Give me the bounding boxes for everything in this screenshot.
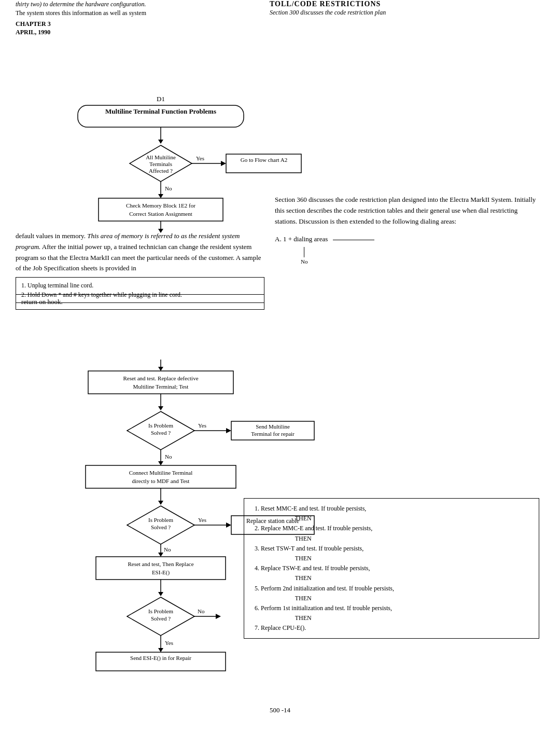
svg-text:No: No [165, 453, 172, 460]
svg-text:Multiline Terminal Function Pr: Multiline Terminal Function Problems [105, 107, 216, 115]
svg-marker-39 [158, 461, 163, 465]
svg-text:Check Memory Block 1E2 for: Check Memory Block 1E2 for [126, 202, 195, 209]
header-text-line1: thirty two) to determine the hardware co… [16, 0, 233, 9]
svg-rect-24 [88, 371, 233, 394]
svg-text:Multiline Terminal; Test: Multiline Terminal; Test [133, 383, 189, 390]
svg-text:Yes: Yes [198, 422, 206, 429]
svg-text:Solved ?: Solved ? [151, 615, 171, 622]
svg-marker-55 [158, 553, 163, 557]
svg-text:Solved ?: Solved ? [151, 430, 171, 436]
left-text-paragraph: default values in memory. This area of m… [16, 232, 261, 272]
list-item-2: Replace MMC-E and test. If trouble persi… [261, 524, 531, 543]
header-left: thirty two) to determine the hardware co… [16, 0, 233, 37]
header-text-line2: The system stores this information as we… [16, 9, 233, 18]
svg-text:No: No [165, 185, 172, 191]
svg-text:ESI-E(): ESI-E() [152, 569, 170, 576]
svg-marker-28 [158, 406, 163, 410]
left-body-text: default values in memory. This area of m… [16, 231, 264, 303]
svg-text:Affected ?: Affected ? [149, 168, 173, 174]
return-on-hook-box: return on hook. [16, 294, 264, 310]
svg-marker-45 [158, 501, 163, 505]
list-item-6: Perform 1st initialization and test. If … [261, 603, 531, 623]
svg-marker-4 [158, 140, 163, 144]
list-item-7: Replace CPU-E(). [261, 623, 531, 633]
return-on-hook-text: return on hook. [21, 298, 63, 306]
svg-marker-66 [216, 614, 221, 619]
svg-rect-57 [96, 557, 226, 580]
svg-marker-10 [221, 161, 226, 166]
svg-text:Is Problem: Is Problem [148, 422, 173, 429]
list-item-1: Reset MMC-E and test. If trouble persist… [261, 504, 531, 524]
svg-text:Correct Station Assignment: Correct Station Assignment [129, 211, 192, 217]
svg-text:D1: D1 [157, 95, 165, 103]
page-number: 500 -14 [270, 706, 290, 714]
svg-text:Yes: Yes [196, 155, 204, 161]
svg-text:Terminal for repair: Terminal for repair [251, 431, 295, 437]
list-item-5: Perform 2nd initialization and test. If … [261, 584, 531, 603]
numbered-steps-list: Reset MMC-E and test. If trouble persist… [251, 504, 531, 633]
date-label: APRIL, 1990 [16, 28, 233, 37]
svg-text:Yes: Yes [165, 640, 173, 646]
svg-marker-33 [226, 428, 231, 433]
svg-text:All Multiline: All Multiline [146, 154, 176, 160]
right-numbered-list-box: Reset MMC-E and test. If trouble persist… [244, 498, 539, 639]
svg-text:No: No [164, 546, 171, 553]
svg-text:Is Problem: Is Problem [148, 608, 173, 614]
header-right: TOLL/CODE RESTRICTIONS Section 300 discu… [270, 0, 539, 17]
svg-rect-41 [86, 465, 236, 488]
chapter-label: CHAPTER 3 [16, 20, 233, 29]
svg-text:Reset and test, Then Replace: Reset and test, Then Replace [128, 561, 193, 567]
list-item-3: Reset TSW-T and test. If trouble persist… [261, 544, 531, 563]
svg-marker-69 [158, 648, 163, 652]
svg-text:Yes: Yes [198, 517, 206, 523]
svg-marker-23 [158, 367, 163, 371]
dialing-no-arrow: No [301, 247, 539, 267]
svg-marker-61 [158, 592, 163, 596]
svg-text:Reset and test. Replace defect: Reset and test. Replace defective [123, 375, 198, 381]
svg-text:Send ESI-E() in for Repair: Send ESI-E() in for Repair [130, 655, 191, 662]
svg-text:Is Problem: Is Problem [148, 517, 173, 523]
step-1: 1. Unplug terminal line cord. [21, 281, 259, 290]
dialing-areas-section: A. 1 + dialing areas No [275, 234, 539, 266]
header-right-title: TOLL/CODE RESTRICTIONS [270, 0, 539, 8]
svg-text:directly to MDF and Test: directly to MDF and Test [132, 478, 190, 484]
header-right-subtitle: Section 300 discusses the code restricti… [270, 8, 539, 17]
svg-text:No: No [198, 608, 205, 614]
right-text-area: Section 360 discusses the code restricti… [275, 195, 539, 267]
svg-text:Connect Multiline Terminal: Connect Multiline Terminal [129, 470, 192, 476]
svg-marker-15 [158, 194, 163, 198]
list-item-4: Replace TSW-E and test. If trouble persi… [261, 563, 531, 583]
dialing-areas-label: A. 1 + dialing areas [275, 234, 539, 245]
svg-marker-50 [226, 522, 231, 528]
svg-text:Solved ?: Solved ? [151, 524, 171, 530]
right-paragraph: Section 360 discusses the code restricti… [275, 195, 539, 227]
svg-text:Terminals: Terminals [149, 161, 172, 167]
svg-text:Send Multiline: Send Multiline [256, 423, 290, 430]
svg-rect-17 [99, 198, 223, 221]
svg-text:Go to Flow chart A2: Go to Flow chart A2 [241, 157, 287, 163]
